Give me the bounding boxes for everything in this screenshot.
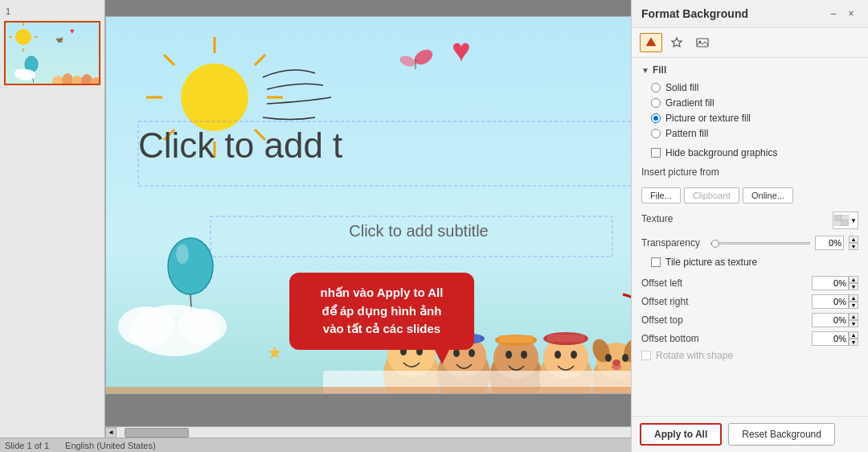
gradient-fill-option[interactable]: Gradient fill bbox=[651, 97, 858, 109]
online-btn[interactable]: Online... bbox=[743, 187, 793, 203]
language-info: English (United States) bbox=[65, 441, 156, 450]
svg-marker-80 bbox=[672, 38, 682, 47]
picture-fill-label: Picture or texture fill bbox=[665, 113, 751, 124]
arrow-indicator bbox=[615, 286, 631, 353]
rotate-label: Rotate with shape bbox=[656, 350, 733, 361]
pattern-fill-option[interactable]: Pattern fill bbox=[651, 128, 858, 139]
svg-point-19 bbox=[181, 64, 248, 131]
svg-rect-85 bbox=[834, 220, 841, 226]
tooltip-line3: vào tất cả các slides bbox=[305, 320, 458, 339]
offset-bottom-row: Offset bottom ▲ ▼ bbox=[641, 331, 858, 346]
svg-point-67 bbox=[605, 354, 612, 362]
apply-to-all-btn[interactable]: Apply to All bbox=[640, 423, 722, 446]
transparency-spin-up[interactable]: ▲ bbox=[849, 236, 858, 243]
svg-rect-76 bbox=[106, 387, 631, 394]
svg-point-49 bbox=[453, 349, 460, 357]
picture-fill-radio[interactable] bbox=[651, 113, 661, 123]
tooltip-line2: để áp dụng hình ảnh bbox=[305, 302, 458, 321]
offset-right-spinner: ▲ ▼ bbox=[849, 294, 858, 309]
insert-picture-label: Insert picture from bbox=[641, 166, 719, 178]
offset-left-spinner: ▲ ▼ bbox=[849, 276, 858, 290]
offset-bottom-input[interactable] bbox=[812, 331, 849, 346]
offset-right-input[interactable] bbox=[812, 294, 849, 309]
fill-icon bbox=[645, 36, 657, 49]
hide-bg-row[interactable]: Hide background graphics bbox=[641, 147, 858, 158]
offset-top-up[interactable]: ▲ bbox=[849, 313, 858, 320]
insert-picture-row: Insert picture from bbox=[641, 166, 858, 181]
offset-top-row: Offset top ▲ ▼ bbox=[641, 313, 858, 327]
offset-right-up[interactable]: ▲ bbox=[849, 294, 858, 302]
svg-point-32 bbox=[168, 238, 213, 294]
svg-text:🦋: 🦋 bbox=[55, 35, 63, 43]
file-btn[interactable]: File... bbox=[641, 187, 681, 203]
svg-point-55 bbox=[506, 351, 512, 359]
radio-dot bbox=[653, 116, 658, 121]
h-scroll-track[interactable] bbox=[117, 427, 631, 438]
offset-top-input[interactable] bbox=[812, 313, 849, 327]
fill-section-header: ▼ Fill bbox=[641, 64, 858, 76]
rotate-checkbox[interactable] bbox=[641, 351, 651, 360]
image-tab-btn[interactable] bbox=[691, 33, 714, 52]
h-scroll-thumb[interactable] bbox=[125, 428, 189, 438]
reset-background-btn[interactable]: Reset Background bbox=[728, 423, 835, 446]
offset-right-down[interactable]: ▼ bbox=[849, 302, 858, 309]
texture-dropdown-arrow: ▼ bbox=[850, 217, 857, 224]
picture-buttons: File... Clipboard Online... bbox=[641, 187, 858, 203]
offset-bottom-down[interactable]: ▼ bbox=[849, 339, 858, 346]
slide-info: Slide 1 of 1 bbox=[5, 441, 49, 450]
texture-row: Texture ▼ bbox=[641, 212, 858, 229]
clipboard-btn[interactable]: Clipboard bbox=[684, 187, 739, 203]
picture-fill-option[interactable]: Picture or texture fill bbox=[651, 113, 858, 124]
slider-thumb[interactable] bbox=[711, 240, 719, 248]
hide-bg-checkbox[interactable] bbox=[651, 148, 661, 158]
offset-bottom-up[interactable]: ▲ bbox=[849, 331, 858, 339]
transparency-spinner: ▲ ▼ bbox=[849, 236, 858, 250]
panel-icon-bar bbox=[632, 28, 868, 58]
rotate-row: Rotate with shape bbox=[641, 350, 858, 361]
solid-fill-option[interactable]: Solid fill bbox=[651, 82, 858, 93]
svg-point-62 bbox=[571, 351, 577, 359]
pattern-fill-radio[interactable] bbox=[651, 129, 661, 138]
svg-rect-60 bbox=[547, 335, 584, 342]
transparency-row: Transparency ▲ ▼ bbox=[641, 236, 858, 250]
panel-minimize-btn[interactable]: – bbox=[826, 6, 841, 21]
panel-content: ▼ Fill Solid fill Gradient fill Pictur bbox=[632, 58, 868, 416]
gradient-fill-radio[interactable] bbox=[651, 98, 661, 108]
offset-right-row: Offset right ▲ ▼ bbox=[641, 294, 858, 309]
fill-arrow-icon: ▼ bbox=[641, 66, 649, 75]
svg-text:★: ★ bbox=[267, 343, 283, 363]
slide-thumbnail[interactable]: ♥ bbox=[4, 21, 100, 85]
tile-picture-row[interactable]: Tile picture as texture bbox=[641, 257, 858, 268]
svg-rect-83 bbox=[834, 215, 841, 220]
svg-point-50 bbox=[469, 349, 475, 357]
h-scroll-left-btn[interactable]: ◄ bbox=[105, 427, 117, 438]
svg-rect-17 bbox=[6, 84, 100, 85]
svg-point-36 bbox=[118, 306, 174, 347]
solid-fill-radio[interactable] bbox=[651, 83, 661, 92]
offset-left-input-group: ▲ ▼ bbox=[812, 276, 858, 290]
offset-left-down[interactable]: ▼ bbox=[849, 283, 858, 290]
panel-close-btn[interactable]: × bbox=[844, 6, 858, 21]
tile-label: Tile picture as texture bbox=[665, 257, 757, 268]
effects-tab-btn[interactable] bbox=[665, 33, 688, 52]
fill-radio-group: Solid fill Gradient fill Picture or text… bbox=[641, 82, 858, 139]
gradient-fill-label: Gradient fill bbox=[665, 97, 714, 109]
transparency-spin-down[interactable]: ▼ bbox=[849, 243, 858, 250]
tile-checkbox[interactable] bbox=[651, 257, 661, 267]
offset-left-up[interactable]: ▲ bbox=[849, 276, 858, 283]
slide-area: 1 ♥ bbox=[0, 0, 631, 452]
svg-text:♥: ♥ bbox=[70, 27, 75, 35]
transparency-label: Transparency bbox=[641, 237, 706, 249]
offset-left-input[interactable] bbox=[812, 276, 849, 290]
offset-top-down[interactable]: ▼ bbox=[849, 320, 858, 327]
panel-content-inner: ▼ Fill Solid fill Gradient fill Pictur bbox=[632, 58, 868, 374]
pattern-fill-label: Pattern fill bbox=[665, 128, 708, 139]
thumbnail-panel: 1 ♥ bbox=[0, 0, 105, 452]
texture-label: Texture bbox=[641, 213, 673, 224]
effects-icon bbox=[670, 36, 683, 49]
svg-point-11 bbox=[14, 69, 26, 77]
transparency-slider[interactable] bbox=[710, 242, 810, 244]
fill-tab-btn[interactable] bbox=[640, 33, 662, 52]
transparency-input[interactable] bbox=[815, 236, 844, 250]
texture-picker[interactable]: ▼ bbox=[833, 212, 858, 229]
